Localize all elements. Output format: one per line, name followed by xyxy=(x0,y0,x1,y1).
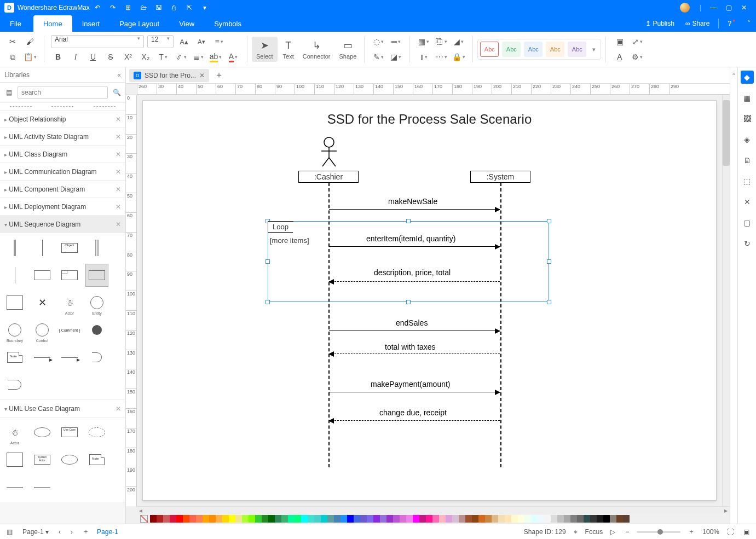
print-button[interactable]: ⎙ xyxy=(166,0,182,15)
document-tab[interactable]: D SSD for the Pro... ✕ xyxy=(129,69,209,82)
prev-page-button[interactable]: ‹ xyxy=(56,528,63,536)
share-button[interactable]: ∞ Share xyxy=(680,15,715,32)
align-button[interactable]: ≡▾ xyxy=(212,35,226,48)
color-swatch[interactable] xyxy=(386,515,393,523)
color-swatch[interactable] xyxy=(380,515,386,523)
connector-tool[interactable]: ↳Connector xyxy=(299,39,334,60)
lib-section-class[interactable]: ▸ UML Class Diagram✕ xyxy=(0,146,125,163)
font-color-button[interactable]: A▾ xyxy=(226,50,240,63)
color-swatch[interactable] xyxy=(176,515,183,523)
selection-handle-e[interactable] xyxy=(547,259,551,264)
color-swatch[interactable] xyxy=(235,515,242,523)
uc-usecase[interactable] xyxy=(31,421,54,444)
color-swatch[interactable] xyxy=(406,515,413,523)
shape-comment[interactable]: { Comment } xyxy=(58,318,81,341)
undo-button[interactable]: ↶ xyxy=(90,0,105,15)
lib-section-communication[interactable]: ▸ UML Communication Diagram✕ xyxy=(0,163,125,181)
play-button[interactable]: ▷ xyxy=(608,528,618,536)
shape-fragment[interactable] xyxy=(31,264,54,287)
color-swatch[interactable] xyxy=(360,515,367,523)
rtab-image[interactable]: 🖼 xyxy=(741,112,754,125)
shape-self[interactable] xyxy=(3,373,26,396)
minimize-button[interactable]: — xyxy=(706,0,721,15)
shape-boundary[interactable]: Boundary xyxy=(3,318,26,341)
shape-message[interactable]: ▸ xyxy=(31,346,54,369)
help-button[interactable]: ?● xyxy=(722,15,742,32)
rtab-shuffle[interactable]: ✕ xyxy=(741,195,754,208)
color-swatch[interactable] xyxy=(275,515,281,523)
color-swatch[interactable] xyxy=(341,515,347,523)
fill-button[interactable]: ◌▾ xyxy=(371,35,385,48)
style-swatch-3[interactable]: Abc xyxy=(524,42,543,57)
collapse-libraries-icon[interactable]: « xyxy=(117,71,121,79)
save-button[interactable]: 🖫 xyxy=(151,0,166,15)
color-swatch[interactable] xyxy=(413,515,419,523)
color-swatch[interactable] xyxy=(150,515,157,523)
selection-handle-s[interactable] xyxy=(406,300,411,304)
zoom-slider[interactable] xyxy=(637,531,680,533)
library-add-icon[interactable]: ▤ xyxy=(3,89,14,96)
more-options-button[interactable]: ⚙▾ xyxy=(630,50,644,63)
uc-assoc[interactable] xyxy=(3,476,26,499)
color-swatch[interactable] xyxy=(551,515,557,523)
subscript-button[interactable]: X₂ xyxy=(138,50,153,63)
shadow-button[interactable]: ◪▾ xyxy=(389,50,403,63)
style-swatch-1[interactable]: Abc xyxy=(480,42,499,57)
shape-constraint[interactable] xyxy=(3,291,26,314)
page-select-combo[interactable]: Page-1 ▾ xyxy=(20,528,51,536)
style-more[interactable]: ▾ xyxy=(590,42,598,57)
color-swatch[interactable] xyxy=(590,515,597,523)
color-swatch[interactable] xyxy=(557,515,564,523)
color-swatch[interactable] xyxy=(308,515,314,523)
zoom-in-button[interactable]: ＋ xyxy=(686,527,697,536)
shape-entity[interactable]: Entity xyxy=(85,291,108,314)
color-swatch[interactable] xyxy=(524,515,531,523)
edit-text-button[interactable]: A̲ xyxy=(613,50,627,63)
color-swatch[interactable] xyxy=(222,515,229,523)
lib-section-activity[interactable]: ▸ UML Activity State Diagram✕ xyxy=(0,128,125,146)
cut-button[interactable]: ✂ xyxy=(5,35,20,48)
smart-shape-button[interactable]: ⤢▾ xyxy=(630,35,644,48)
horizontal-scrollbar[interactable]: ◂ ▸ xyxy=(137,506,730,514)
color-swatch[interactable] xyxy=(163,515,170,523)
maximize-button[interactable]: ▢ xyxy=(721,0,736,15)
color-swatch[interactable] xyxy=(439,515,446,523)
line-style-button[interactable]: ═▾ xyxy=(389,35,403,48)
shape-lifeline[interactable] xyxy=(31,236,54,259)
color-swatch[interactable] xyxy=(610,515,616,523)
shape-actor[interactable]: ☃Actor xyxy=(58,291,81,314)
text-case-button[interactable]: T▾ xyxy=(156,50,170,63)
color-swatch[interactable] xyxy=(354,515,360,523)
rtab-layers[interactable]: ◈ xyxy=(741,133,754,146)
lib-section-object-relationship[interactable]: ▸ Object Relationship✕ xyxy=(0,111,125,128)
color-swatch[interactable] xyxy=(518,515,524,523)
group-button[interactable]: ⿻▾ xyxy=(434,35,448,48)
uc-actor[interactable]: ☃Actor xyxy=(3,421,26,444)
no-color-swatch[interactable] xyxy=(140,515,148,523)
color-swatch[interactable] xyxy=(498,515,505,523)
color-swatch[interactable] xyxy=(347,515,354,523)
color-swatch[interactable] xyxy=(616,515,623,523)
new-button[interactable]: ⊞ xyxy=(120,0,136,15)
add-tab-button[interactable]: ＋ xyxy=(215,69,223,81)
highlight-button[interactable]: ab▾ xyxy=(209,50,223,63)
style-swatch-2[interactable]: Abc xyxy=(502,42,521,57)
rtab-history[interactable]: ↻ xyxy=(741,237,754,250)
color-swatch[interactable] xyxy=(452,515,459,523)
color-swatch[interactable] xyxy=(314,515,321,523)
shape-tool[interactable]: ▭Shape xyxy=(336,39,360,60)
underline-button[interactable]: U xyxy=(86,50,100,63)
tab-page-layout[interactable]: Page Layout xyxy=(109,15,169,32)
color-swatch[interactable] xyxy=(301,515,308,523)
selection-handle-se[interactable] xyxy=(547,300,551,304)
uc-assoc2[interactable] xyxy=(31,476,54,499)
shape-control[interactable]: Control xyxy=(31,318,54,341)
shape-activation[interactable] xyxy=(3,236,26,259)
lib-section-deployment[interactable]: ▸ UML Deployment Diagram✕ xyxy=(0,198,125,216)
color-swatch[interactable] xyxy=(478,515,485,523)
bullets-button[interactable]: ≣▾ xyxy=(191,50,205,63)
italic-button[interactable]: I xyxy=(68,50,83,63)
tab-home[interactable]: Home xyxy=(33,15,72,32)
color-swatch[interactable] xyxy=(321,515,327,523)
color-swatch[interactable] xyxy=(242,515,249,523)
